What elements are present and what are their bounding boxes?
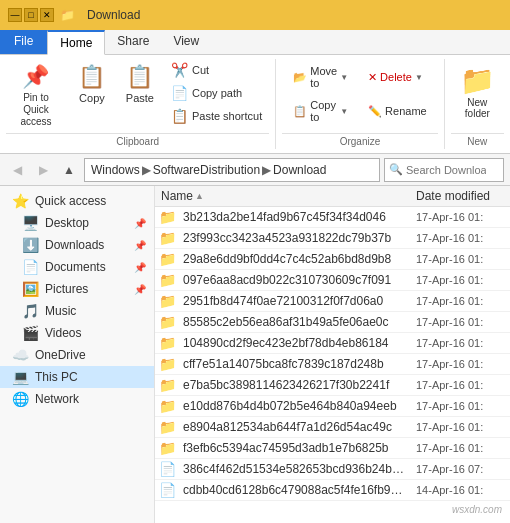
table-row[interactable]: 📁 e7ba5bc3898114623426217f30b2241f 17-Ap…	[155, 375, 510, 396]
minimize-button[interactable]: —	[8, 8, 22, 22]
path-windows[interactable]: Windows	[91, 163, 140, 177]
file-name: e8904a812534ab644f7a1d26d54ac49c	[183, 420, 410, 434]
sidebar-item-documents[interactable]: 📄 Documents 📌	[0, 256, 154, 278]
delete-button[interactable]: ✕ Delete ▼	[359, 61, 436, 93]
path-softwaredistribution[interactable]: SoftwareDistribution	[153, 163, 260, 177]
sidebar-label-onedrive: OneDrive	[35, 348, 86, 362]
sidebar-item-pictures[interactable]: 🖼️ Pictures 📌	[0, 278, 154, 300]
file-date: 17-Apr-16 01:	[410, 379, 510, 391]
copy-to-button[interactable]: 📋 Copy to ▼	[284, 95, 357, 127]
rename-button[interactable]: ✏️ Rename	[359, 95, 436, 127]
table-row[interactable]: 📁 3b213da2be14fad9b67c45f34f34d046 17-Ap…	[155, 207, 510, 228]
file-type-icon: 📁	[159, 209, 179, 225]
file-type-icon: 📁	[159, 272, 179, 288]
close-button[interactable]: ✕	[40, 8, 54, 22]
table-row[interactable]: 📁 23f993cc3423a4523a931822dc79b37b 17-Ap…	[155, 228, 510, 249]
column-date[interactable]: Date modified	[410, 189, 510, 203]
address-bar: ◀ ▶ ▲ Windows ▶ SoftwareDistribution ▶ D…	[0, 154, 510, 186]
sidebar-label-network: Network	[35, 392, 79, 406]
table-row[interactable]: 📁 29a8e6dd9bf0dd4c7c4c52ab6bd8d9b8 17-Ap…	[155, 249, 510, 270]
rename-icon: ✏️	[368, 105, 382, 118]
new-items: 📁 New folder	[451, 59, 504, 133]
ribbon-tabs: File Home Share View	[0, 30, 510, 55]
sidebar-label-pictures: Pictures	[45, 282, 88, 296]
sidebar-item-desktop[interactable]: 🖥️ Desktop 📌	[0, 212, 154, 234]
move-to-button[interactable]: 📂 Move to ▼	[284, 61, 357, 93]
file-date: 17-Apr-16 07:	[410, 463, 510, 475]
sidebar-item-network[interactable]: 🌐 Network	[0, 388, 154, 410]
table-row[interactable]: 📁 f3efb6c5394ac74595d3adb1e7b6825b 17-Ap…	[155, 438, 510, 459]
file-type-icon: 📁	[159, 377, 179, 393]
paste-shortcut-button[interactable]: 📋 Paste shortcut	[164, 105, 269, 127]
address-path[interactable]: Windows ▶ SoftwareDistribution ▶ Downloa…	[84, 158, 380, 182]
file-date: 17-Apr-16 01:	[410, 358, 510, 370]
restore-button[interactable]: □	[24, 8, 38, 22]
copy-button[interactable]: 📋 Copy	[68, 59, 116, 109]
sidebar-label-videos: Videos	[45, 326, 81, 340]
file-name: 85585c2eb56ea86af31b49a5fe06ae0c	[183, 315, 410, 329]
table-row[interactable]: 📁 85585c2eb56ea86af31b49a5fe06ae0c 17-Ap…	[155, 312, 510, 333]
table-row[interactable]: 📁 e8904a812534ab644f7a1d26d54ac49c 17-Ap…	[155, 417, 510, 438]
sidebar-item-this-pc[interactable]: 💻 This PC	[0, 366, 154, 388]
tab-home[interactable]: Home	[47, 30, 105, 55]
up-button[interactable]: ▲	[58, 159, 80, 181]
quick-access-icon: ⭐	[12, 193, 29, 209]
new-folder-button[interactable]: 📁 New folder	[451, 59, 504, 124]
pin-to-quick-access-button[interactable]: 📌 Pin to Quick access	[6, 59, 66, 133]
tab-share[interactable]: Share	[105, 30, 161, 54]
file-name: 23f993cc3423a4523a931822dc79b37b	[183, 231, 410, 245]
table-row[interactable]: 📄 cdbb40cd6128b6c479088ac5f4fe16fb917a..…	[155, 480, 510, 501]
copy-to-dropdown: ▼	[340, 107, 348, 116]
table-row[interactable]: 📄 386c4f462d51534e582653bcd936b24b043...…	[155, 459, 510, 480]
table-row[interactable]: 📁 097e6aa8acd9b022c310730609c7f091 17-Ap…	[155, 270, 510, 291]
file-name: cdbb40cd6128b6c479088ac5f4fe16fb917a...	[183, 483, 410, 497]
table-row[interactable]: 📁 2951fb8d474f0ae72100312f0f7d06a0 17-Ap…	[155, 291, 510, 312]
cut-button[interactable]: ✂️ Cut	[164, 59, 269, 81]
tab-view[interactable]: View	[161, 30, 211, 54]
window-controls[interactable]: — □ ✕	[8, 8, 54, 22]
table-row[interactable]: 📁 104890cd2f9ec423e2bf78db4eb86184 17-Ap…	[155, 333, 510, 354]
onedrive-icon: ☁️	[12, 347, 29, 363]
file-date: 17-Apr-16 01:	[410, 421, 510, 433]
sidebar-item-quick-access[interactable]: ⭐ Quick access	[0, 190, 154, 212]
pin-indicator: 📌	[134, 218, 146, 229]
organize-items: 📂 Move to ▼ ✕ Delete ▼ 📋 Copy to ▼ ✏️ Re…	[282, 59, 437, 133]
file-list: Name ▲ Date modified 📁 3b213da2be14fad9b…	[155, 186, 510, 523]
copy-path-button[interactable]: 📄 Copy path	[164, 82, 269, 104]
file-type-icon: 📁	[159, 419, 179, 435]
sidebar: ⭐ Quick access 🖥️ Desktop 📌 ⬇️ Downloads…	[0, 186, 155, 523]
tab-file[interactable]: File	[0, 30, 47, 54]
sidebar-item-videos[interactable]: 🎬 Videos	[0, 322, 154, 344]
file-date: 14-Apr-16 01:	[410, 484, 510, 496]
file-type-icon: 📄	[159, 461, 179, 477]
search-input[interactable]	[406, 164, 486, 176]
desktop-icon: 🖥️	[22, 215, 39, 231]
file-name: 2951fb8d474f0ae72100312f0f7d06a0	[183, 294, 410, 308]
sidebar-label-this-pc: This PC	[35, 370, 78, 384]
forward-button[interactable]: ▶	[32, 159, 54, 181]
file-type-icon: 📁	[159, 230, 179, 246]
path-download[interactable]: Download	[273, 163, 326, 177]
sidebar-item-onedrive[interactable]: ☁️ OneDrive	[0, 344, 154, 366]
table-row[interactable]: 📁 cff7e51a14075bca8fc7839c187d248b 17-Ap…	[155, 354, 510, 375]
sort-arrow: ▲	[195, 191, 204, 201]
pin-indicator-2: 📌	[134, 240, 146, 251]
delete-icon: ✕	[368, 71, 377, 84]
table-row[interactable]: 📁 e10dd876b4d4b072b5e464b840a94eeb 17-Ap…	[155, 396, 510, 417]
search-box[interactable]: 🔍	[384, 158, 504, 182]
file-name: 104890cd2f9ec423e2bf78db4eb86184	[183, 336, 410, 350]
search-icon: 🔍	[389, 163, 403, 176]
watermark: wsxdn.com	[452, 504, 502, 515]
sidebar-item-music[interactable]: 🎵 Music	[0, 300, 154, 322]
column-name[interactable]: Name ▲	[155, 189, 410, 203]
back-button[interactable]: ◀	[6, 159, 28, 181]
file-date: 17-Apr-16 01:	[410, 274, 510, 286]
paste-button[interactable]: 📋 Paste	[118, 59, 162, 109]
paste-shortcut-icon: 📋	[171, 108, 188, 124]
clipboard-small-buttons: ✂️ Cut 📄 Copy path 📋 Paste shortcut	[164, 59, 269, 127]
path-sep-1: ▶	[142, 163, 151, 177]
sidebar-item-downloads[interactable]: ⬇️ Downloads 📌	[0, 234, 154, 256]
sidebar-label-desktop: Desktop	[45, 216, 89, 230]
file-date: 17-Apr-16 01:	[410, 232, 510, 244]
file-name: e7ba5bc3898114623426217f30b2241f	[183, 378, 410, 392]
